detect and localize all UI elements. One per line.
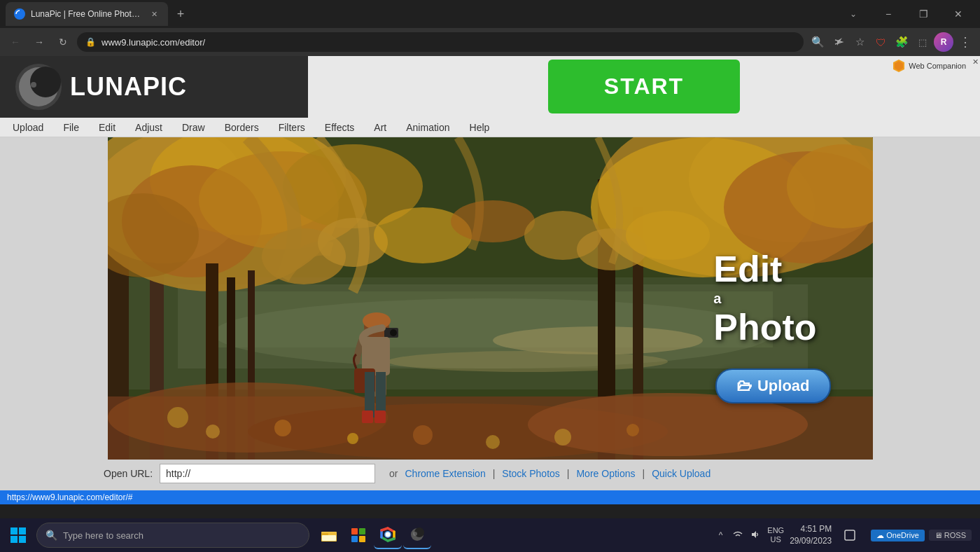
web-companion-text: Web Companion — [909, 62, 966, 70]
or-text: or — [389, 468, 398, 479]
minimize-button[interactable]: − — [872, 3, 904, 25]
nav-art[interactable]: Art — [364, 119, 396, 136]
hero-upload-button[interactable]: 🗁 Upload — [715, 368, 831, 403]
bookmark-icon-btn[interactable]: ☆ — [850, 32, 869, 52]
status-url: https://www9.lunapic.com/editor/# — [7, 492, 132, 502]
nav-draw[interactable]: Draw — [172, 119, 215, 136]
clock-date: 29/09/2023 — [790, 535, 832, 547]
hero-photo-text: Photo — [713, 308, 816, 347]
profile-avatar[interactable]: R — [934, 32, 953, 52]
extensions-icon-btn[interactable]: 🧩 — [892, 32, 911, 52]
svg-point-3 — [30, 67, 61, 97]
site-nav: Upload File Edit Adjust Draw Borders Fil… — [0, 118, 980, 137]
nav-upload[interactable]: Upload — [3, 119, 53, 136]
taskbar-right: ^ ENG US 4:51 PM 29/09/2023 — [716, 523, 977, 548]
tab-favicon — [14, 8, 25, 20]
svg-rect-67 — [19, 536, 26, 543]
active-tab[interactable]: LunaPic | Free Online Photo Edit ✕ — [6, 2, 168, 26]
svg-rect-74 — [359, 536, 365, 542]
clock-time: 4:51 PM — [790, 523, 832, 535]
start-ad-button[interactable]: START — [548, 60, 740, 113]
window-controls: ⌄ − ❐ ✕ — [837, 3, 974, 25]
hero-edit-text: Edit — [713, 249, 816, 289]
language-indicator[interactable]: ENG US — [767, 526, 784, 544]
notification-button[interactable] — [837, 523, 862, 548]
svg-rect-70 — [322, 535, 336, 541]
start-button[interactable] — [3, 520, 34, 551]
lang-top: ENG — [767, 526, 784, 535]
taskbar-ms-store[interactable] — [344, 521, 372, 549]
svg-point-4 — [31, 82, 36, 88]
hero-overlay-text: Edit a Photo — [713, 249, 816, 347]
website-content: LUNAPIC ✕ Web Companion START Upload Fil… — [0, 56, 980, 490]
tab-title: LunaPic | Free Online Photo Edit — [31, 9, 143, 19]
browser-addressbar: ← → ↻ 🔒 www9.lunapic.com/editor/ 🔍 ☆ 🛡 🧩… — [0, 28, 980, 56]
lock-icon: 🔒 — [85, 37, 96, 47]
nav-filters[interactable]: Filters — [269, 119, 315, 136]
tab-list-button[interactable]: ⌄ — [837, 3, 869, 25]
onedrive-icon: ☁ — [876, 531, 884, 539]
tab-close-button[interactable]: ✕ — [148, 8, 160, 20]
split-screen-btn[interactable]: ⬚ — [913, 32, 932, 52]
forward-button[interactable]: → — [29, 32, 49, 52]
logo-area: LUNAPIC — [0, 56, 308, 118]
svg-point-77 — [386, 532, 391, 537]
share-icon-btn[interactable] — [829, 32, 848, 52]
svg-point-0 — [15, 10, 24, 18]
svg-point-80 — [413, 532, 417, 536]
windows-logo-icon — [10, 527, 27, 544]
maximize-button[interactable]: ❐ — [907, 3, 939, 25]
address-bar[interactable]: 🔒 www9.lunapic.com/editor/ — [77, 32, 804, 52]
nav-animation[interactable]: Animation — [396, 119, 459, 136]
onedrive-desktop-btn[interactable]: ☁ OneDrive — [871, 530, 925, 541]
open-url-input[interactable] — [160, 464, 375, 483]
shield-icon-btn[interactable]: 🛡 — [871, 32, 890, 52]
nav-edit[interactable]: Edit — [89, 119, 125, 136]
ad-close-icon[interactable]: ✕ — [972, 57, 979, 67]
hero-image: Edit a Photo 🗁 Upload — [108, 137, 873, 460]
nav-borders[interactable]: Borders — [215, 119, 269, 136]
upload-btn-text: Upload — [757, 377, 810, 395]
taskbar-search-icon: 🔍 — [46, 530, 57, 541]
svg-rect-71 — [351, 528, 358, 534]
svg-rect-64 — [10, 527, 18, 534]
svg-rect-81 — [845, 530, 855, 540]
back-button[interactable]: ← — [6, 32, 25, 52]
nav-adjust[interactable]: Adjust — [125, 119, 172, 136]
taskbar-lunapic[interactable] — [403, 521, 431, 549]
ross-desktop-btn[interactable]: 🖥 ROSS — [929, 530, 972, 541]
stock-photos-link[interactable]: Stock Photos — [502, 468, 560, 479]
reload-button[interactable]: ↻ — [53, 32, 73, 52]
web-companion-icon — [892, 59, 906, 73]
taskbar-clock[interactable]: 4:51 PM 29/09/2023 — [790, 523, 832, 547]
taskbar-chrome[interactable] — [374, 521, 402, 549]
site-header: LUNAPIC ✕ Web Companion START — [0, 56, 980, 118]
upload-icon: 🗁 — [736, 377, 752, 395]
file-explorer-icon — [321, 528, 337, 542]
separator-1: | — [493, 468, 496, 479]
separator-3: | — [643, 468, 645, 479]
lang-bottom: US — [767, 535, 784, 544]
svg-rect-66 — [10, 536, 18, 543]
taskbar-search-bar[interactable]: 🔍 Type here to search — [36, 523, 309, 548]
main-content: Edit a Photo 🗁 Upload Open URL: or Chrom… — [0, 137, 980, 486]
nav-file[interactable]: File — [53, 119, 89, 136]
svg-rect-73 — [351, 536, 358, 542]
search-icon-btn[interactable]: 🔍 — [808, 32, 827, 52]
nav-help[interactable]: Help — [460, 119, 500, 136]
volume-icon[interactable] — [748, 528, 762, 543]
bottom-bar: Open URL: or Chrome Extension | Stock Ph… — [0, 460, 980, 486]
logo-text: LUNAPIC — [70, 72, 187, 102]
close-button[interactable]: ✕ — [942, 3, 974, 25]
chrome-extension-link[interactable]: Chrome Extension — [405, 468, 486, 479]
more-options-link[interactable]: More Options — [576, 468, 635, 479]
taskbar-file-explorer[interactable] — [315, 521, 343, 549]
lunapic-taskbar-icon — [410, 527, 425, 542]
quick-upload-link[interactable]: Quick Upload — [652, 468, 710, 479]
network-icon[interactable] — [731, 528, 745, 543]
menu-button[interactable]: ⋮ — [955, 32, 974, 52]
new-tab-button[interactable]: + — [171, 4, 190, 24]
system-tray-expand[interactable]: ^ — [716, 527, 726, 543]
nav-effects[interactable]: Effects — [315, 119, 365, 136]
web-companion-badge: Web Companion — [892, 59, 966, 73]
